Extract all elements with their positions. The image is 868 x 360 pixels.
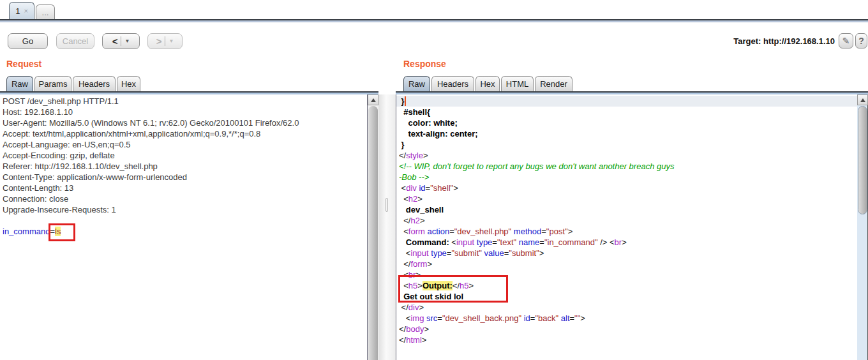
code-line: Host: 192.168.1.10 bbox=[3, 107, 367, 117]
dropdown-separator bbox=[121, 36, 121, 46]
code-line: <h2> bbox=[399, 193, 857, 204]
code-line: Accept-Encoding: gzip, deflate bbox=[3, 150, 367, 161]
request-tab-params[interactable]: Params bbox=[34, 76, 71, 91]
scroll-up-button[interactable] bbox=[857, 94, 868, 105]
cancel-button-label: Cancel bbox=[63, 36, 88, 46]
tabbar-divider-blue bbox=[0, 20, 868, 22]
code-line: </body> bbox=[399, 324, 857, 334]
code-line: </style> bbox=[399, 150, 857, 161]
scroll-up-button[interactable] bbox=[368, 94, 378, 105]
code-line: Upgrade-Insecure-Requests: 1 bbox=[3, 204, 367, 215]
code-line: <form action="dev_shell.php" method="pos… bbox=[399, 226, 857, 237]
request-tab-raw[interactable]: Raw bbox=[6, 76, 33, 91]
forward-arrow-icon: > bbox=[156, 36, 162, 47]
back-arrow-icon: < bbox=[112, 36, 118, 47]
code-line: } bbox=[396, 96, 857, 107]
code-line: Command: <input type="text" name="in_com… bbox=[399, 237, 857, 248]
request-tab-headers[interactable]: Headers bbox=[73, 76, 116, 91]
code-line: } bbox=[399, 139, 857, 150]
response-tab-html[interactable]: HTML bbox=[501, 76, 534, 91]
text-cursor bbox=[405, 96, 406, 106]
response-tab-render[interactable]: Render bbox=[535, 76, 572, 91]
request-scrollbar[interactable] bbox=[368, 94, 378, 360]
previous-request-button[interactable]: < ▼ bbox=[102, 33, 140, 49]
code-line: Content-Length: 13 bbox=[3, 183, 367, 193]
dropdown-separator bbox=[165, 36, 165, 46]
code-line: <!-- WIP, don't forget to report any bug… bbox=[399, 161, 857, 172]
request-tab-hex[interactable]: Hex bbox=[117, 76, 140, 91]
go-button[interactable]: Go bbox=[8, 33, 48, 49]
code-line: dev_shell bbox=[399, 204, 857, 215]
code-line: text-align: center; bbox=[399, 128, 857, 139]
code-line: POST /dev_shell.php HTTP/1.1 bbox=[3, 96, 367, 107]
code-line: Accept: text/html,application/xhtml+xml,… bbox=[3, 128, 367, 139]
target-url-label: Target: http://192.168.1.10 bbox=[733, 36, 835, 46]
code-line: </form> bbox=[399, 259, 857, 269]
panel-splitter[interactable] bbox=[378, 94, 396, 360]
back-dropdown-icon[interactable]: ▼ bbox=[124, 38, 130, 44]
burp-repeater-window: 1 × ... Go Cancel < ▼ > ▼ Target: http:/… bbox=[0, 0, 868, 360]
splitter-grip[interactable] bbox=[385, 198, 388, 212]
code-line: Content-Type: application/x-www-form-url… bbox=[3, 172, 367, 183]
code-line: <img src="dev_shell_back.png" id="back" … bbox=[399, 313, 857, 324]
code-line: Accept-Language: en-US,en;q=0.5 bbox=[3, 139, 367, 150]
next-request-button[interactable]: > ▼ bbox=[147, 33, 183, 49]
code-line: <input type="submit" value="submit"> bbox=[399, 248, 857, 259]
new-tab-label: ... bbox=[42, 8, 49, 17]
code-line: color: white; bbox=[399, 117, 857, 128]
request-annotation-box bbox=[49, 223, 75, 241]
go-button-label: Go bbox=[22, 36, 33, 46]
pencil-icon: ✎ bbox=[842, 36, 850, 46]
code-line: </h2> bbox=[399, 215, 857, 226]
scroll-up-icon bbox=[371, 98, 376, 102]
response-title: Response bbox=[403, 59, 446, 69]
close-tab-icon[interactable]: × bbox=[24, 7, 27, 15]
response-scrollbar[interactable] bbox=[857, 94, 868, 360]
request-tab-underline bbox=[0, 91, 378, 94]
repeater-tab-bar: 1 × ... bbox=[0, 0, 868, 19]
scroll-up-icon bbox=[860, 98, 865, 102]
code-line: #shell{ bbox=[399, 107, 857, 117]
response-scrollbar-thumb[interactable] bbox=[858, 106, 867, 214]
response-tab-headers[interactable]: Headers bbox=[431, 76, 474, 91]
new-tab-button[interactable]: ... bbox=[36, 4, 55, 19]
response-tab-hex[interactable]: Hex bbox=[475, 76, 500, 91]
help-icon: ? bbox=[858, 36, 864, 46]
code-line: <div id="shell"> bbox=[399, 183, 857, 193]
response-tab-raw[interactable]: Raw bbox=[403, 76, 430, 91]
repeater-tab-1-label: 1 bbox=[15, 6, 20, 16]
response-tab-underline bbox=[396, 91, 868, 94]
cancel-button[interactable]: Cancel bbox=[56, 33, 94, 49]
repeater-tab-1[interactable]: 1 × bbox=[9, 2, 34, 19]
code-line: </html> bbox=[399, 334, 857, 345]
code-line: </div> bbox=[399, 302, 857, 313]
response-annotation-box bbox=[398, 275, 508, 303]
code-line: -Bob --> bbox=[399, 172, 857, 183]
code-line: Connection: close bbox=[3, 193, 367, 204]
help-button[interactable]: ? bbox=[855, 33, 867, 49]
edit-target-button[interactable]: ✎ bbox=[839, 33, 853, 49]
request-scrollbar-thumb[interactable] bbox=[368, 106, 378, 360]
forward-dropdown-icon[interactable]: ▼ bbox=[168, 38, 174, 44]
code-line: Referer: http://192.168.1.10/dev_shell.p… bbox=[3, 161, 367, 172]
code-line: User-Agent: Mozilla/5.0 (Windows NT 6.1;… bbox=[3, 117, 367, 128]
request-title: Request bbox=[6, 59, 41, 69]
response-editor[interactable]: } #shell{ color: white; text-align: cent… bbox=[396, 94, 857, 360]
